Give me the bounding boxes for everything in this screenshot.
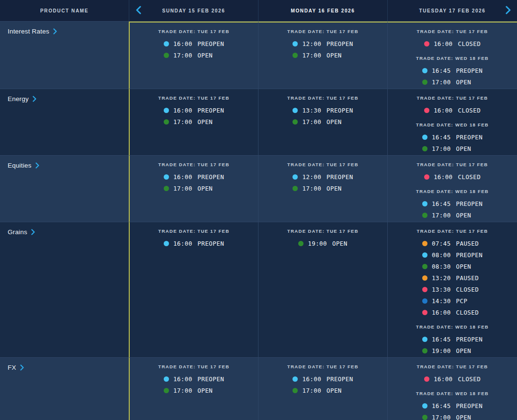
day-header-sunday: SUNDAY 15 FEB 2026 bbox=[129, 0, 258, 21]
calendar-header: PRODUCT NAME SUNDAY 15 FEB 2026 MONDAY 1… bbox=[0, 0, 517, 22]
trade-date-label: TRADE DATE: WED 18 FEB bbox=[416, 122, 489, 127]
status-dot-preopen bbox=[422, 403, 427, 409]
event-time: 16:00 bbox=[434, 107, 453, 114]
trade-date-label: TRADE DATE: WED 18 FEB bbox=[416, 56, 489, 61]
schedule-cell: TRADE DATE: TUE 17 FEB 12:00 PREOPEN 17:… bbox=[258, 155, 388, 222]
event-status: PREOPEN bbox=[198, 40, 224, 47]
status-dot-open bbox=[422, 415, 427, 420]
product-cell-energy[interactable]: Energy bbox=[0, 89, 129, 155]
status-dot-open bbox=[292, 119, 298, 125]
schedule-event: 16:00 PREOPEN bbox=[164, 38, 224, 49]
event-time: 16:00 bbox=[173, 173, 192, 181]
status-dot-preopen bbox=[422, 252, 427, 258]
event-time: 16:00 bbox=[434, 40, 453, 47]
schedule-event: 17:00 OPEN bbox=[422, 209, 483, 221]
trade-date-label: TRADE DATE: TUE 17 FEB bbox=[417, 29, 488, 34]
event-time: 08:30 bbox=[432, 263, 451, 270]
event-group: 16:00 PREOPEN 17:00 OPEN bbox=[164, 373, 224, 396]
schedule-event: 13:30 CLOSED bbox=[422, 284, 483, 295]
event-time: 17:00 bbox=[302, 387, 321, 394]
trade-date-label: TRADE DATE: TUE 17 FEB bbox=[287, 364, 359, 369]
status-dot-open bbox=[164, 388, 169, 393]
next-day-button[interactable] bbox=[500, 0, 516, 21]
schedule-event: 16:00 CLOSED bbox=[424, 171, 481, 182]
schedule-event: 16:45 PREOPEN bbox=[422, 400, 483, 411]
event-time: 16:45 bbox=[432, 200, 451, 207]
event-time: 13:30 bbox=[302, 107, 321, 114]
status-dot-preopen bbox=[422, 337, 427, 342]
event-status: PREOPEN bbox=[326, 173, 353, 181]
status-dot-closed bbox=[424, 376, 429, 382]
day-header-tuesday: TUESDAY 17 FEB 2026 bbox=[388, 0, 517, 21]
schedule-event: 16:00 CLOSED bbox=[424, 38, 481, 49]
event-status: OPEN bbox=[456, 414, 472, 420]
event-status: OPEN bbox=[198, 185, 213, 192]
product-name-header: PRODUCT NAME bbox=[0, 0, 129, 21]
event-status: CLOSED bbox=[456, 286, 479, 293]
day-header-sunday-label: SUNDAY 15 FEB 2026 bbox=[162, 8, 225, 13]
product-name-label: Grains bbox=[8, 228, 27, 236]
status-dot-closed bbox=[424, 108, 429, 113]
day-header-monday: MONDAY 16 FEB 2026 bbox=[258, 0, 388, 21]
event-group: 16:00 PREOPEN 17:00 OPEN bbox=[164, 38, 224, 61]
event-time: 17:00 bbox=[173, 387, 192, 394]
chevron-right-icon bbox=[33, 96, 36, 102]
trade-date-label: TRADE DATE: WED 18 FEB bbox=[416, 391, 489, 396]
event-status: CLOSED bbox=[456, 309, 479, 316]
product-cell-grains[interactable]: Grains bbox=[0, 222, 129, 357]
event-group: 16:45 PREOPEN 17:00 OPEN bbox=[422, 400, 483, 420]
product-cell-interest-rates[interactable]: Interest Rates bbox=[0, 22, 129, 89]
status-dot-preopen bbox=[164, 41, 169, 46]
event-time: 17:00 bbox=[432, 212, 451, 219]
event-time: 17:00 bbox=[432, 145, 451, 152]
event-status: PREOPEN bbox=[456, 134, 483, 141]
product-row: Grains TRADE DATE: TUE 17 FEB 16:00 PREO… bbox=[0, 222, 517, 357]
status-dot-closed bbox=[424, 41, 429, 46]
product-cell-fx[interactable]: FX bbox=[0, 357, 129, 420]
event-group: 16:00 CLOSED bbox=[424, 171, 481, 182]
event-status: OPEN bbox=[326, 118, 342, 125]
schedule-event: 12:00 PREOPEN bbox=[292, 38, 353, 49]
product-name-label: FX bbox=[8, 364, 16, 371]
schedule-event: 16:00 CLOSED bbox=[424, 104, 481, 116]
schedule-event: 16:45 PREOPEN bbox=[422, 333, 483, 345]
event-time: 12:00 bbox=[302, 40, 321, 47]
product-name-header-label: PRODUCT NAME bbox=[40, 8, 89, 13]
event-status: PREOPEN bbox=[326, 375, 353, 383]
schedule-event: 17:00 OPEN bbox=[164, 49, 224, 61]
event-group: 13:30 PREOPEN 17:00 OPEN bbox=[292, 104, 353, 127]
status-dot-preopen bbox=[164, 174, 169, 180]
schedule-cell: TRADE DATE: TUE 17 FEB 13:30 PREOPEN 17:… bbox=[258, 89, 388, 155]
schedule-event: 16:45 PREOPEN bbox=[422, 65, 483, 76]
event-status: PREOPEN bbox=[198, 107, 224, 114]
event-status: OPEN bbox=[326, 185, 342, 192]
trade-date-label: TRADE DATE: TUE 17 FEB bbox=[417, 162, 488, 167]
schedule-event: 17:00 OPEN bbox=[422, 76, 483, 88]
event-status: OPEN bbox=[198, 387, 213, 394]
prev-day-button[interactable] bbox=[130, 0, 146, 21]
product-row: Energy TRADE DATE: TUE 17 FEB 16:00 PREO… bbox=[0, 89, 517, 155]
status-dot-preopen bbox=[292, 108, 298, 113]
status-dot-open bbox=[292, 388, 298, 393]
event-group: 16:00 CLOSED bbox=[424, 373, 481, 385]
schedule-cell: TRADE DATE: TUE 17 FEB 16:00 PREOPEN 17:… bbox=[129, 89, 258, 155]
status-dot-open bbox=[422, 146, 427, 151]
chevron-right-icon bbox=[53, 28, 57, 34]
status-dot-preopen bbox=[164, 241, 169, 246]
status-dot-preopen bbox=[292, 41, 298, 46]
event-time: 17:00 bbox=[302, 118, 321, 125]
status-dot-preopen bbox=[292, 174, 298, 180]
status-dot-open bbox=[164, 186, 169, 191]
event-group: 19:00 OPEN bbox=[298, 238, 347, 249]
schedule-event: 19:00 OPEN bbox=[422, 345, 483, 356]
product-cell-equities[interactable]: Equities bbox=[0, 155, 129, 222]
schedule-cell: TRADE DATE: TUE 17 FEB 07:45 PAUSED 08:0… bbox=[388, 222, 517, 357]
schedule-event: 13:30 PREOPEN bbox=[292, 104, 353, 116]
status-dot-preopen bbox=[164, 376, 169, 382]
event-time: 19:00 bbox=[308, 240, 327, 247]
status-dot-preopen bbox=[422, 135, 427, 140]
status-dot-open bbox=[422, 348, 427, 353]
schedule-cell: TRADE DATE: TUE 17 FEB 16:00 PREOPEN 17:… bbox=[129, 22, 258, 89]
event-status: PAUSED bbox=[456, 240, 479, 247]
trade-date-label: TRADE DATE: TUE 17 FEB bbox=[158, 364, 230, 369]
